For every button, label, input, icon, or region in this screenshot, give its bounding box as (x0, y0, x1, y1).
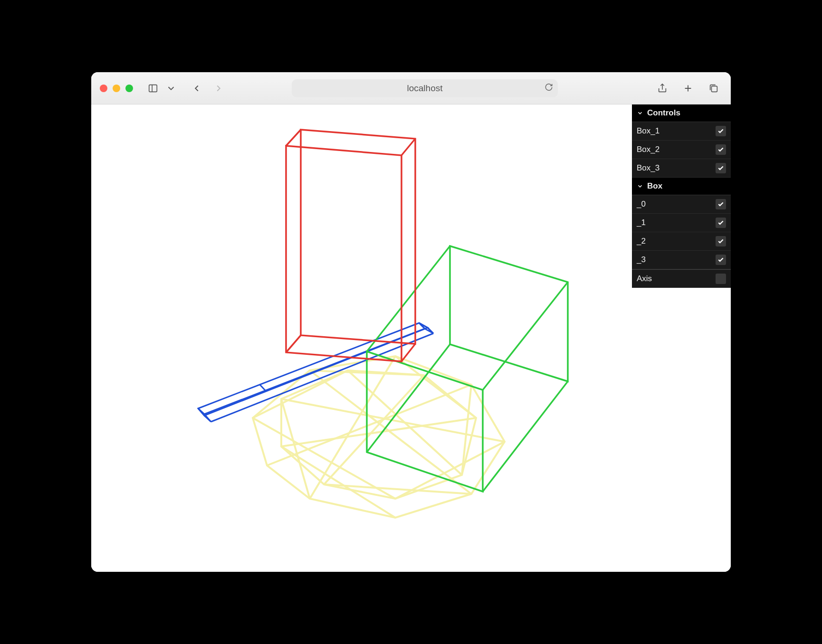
gui-row-box3: Box_3 (632, 159, 731, 178)
gui-folder-label: Box (647, 181, 662, 191)
browser-window: localhost (91, 72, 731, 572)
gui-label: _0 (637, 199, 646, 209)
gui-label: Axis (637, 274, 652, 284)
share-button[interactable] (654, 80, 671, 97)
gui-folder-box[interactable]: Box (632, 178, 731, 195)
gui-row-1: _1 (632, 214, 731, 232)
gui-row-box2: Box_2 (632, 141, 731, 159)
gui-label: _1 (637, 218, 646, 227)
gui-checkbox-3[interactable] (716, 255, 726, 265)
gui-checkbox-box3[interactable] (716, 163, 726, 173)
svg-rect-5 (711, 86, 717, 92)
gui-label: Box_3 (637, 163, 660, 173)
address-bar[interactable]: localhost (292, 79, 558, 97)
svg-line-9 (310, 370, 471, 494)
gui-row-box1: Box_1 (632, 122, 731, 141)
chevron-down-icon (637, 183, 643, 189)
gui-label: Box_2 (637, 145, 660, 154)
forward-button[interactable] (210, 80, 227, 97)
back-button[interactable] (188, 80, 205, 97)
gui-checkbox-1[interactable] (716, 218, 726, 228)
gui-checkbox-2[interactable] (716, 236, 726, 246)
svg-line-12 (281, 399, 505, 442)
gui-label: _3 (637, 255, 646, 265)
page-content: Controls Box_1 Box_2 Box_3 Box _0 (91, 104, 731, 572)
gui-checkbox-axis[interactable] (716, 274, 726, 284)
chevron-down-icon (637, 110, 643, 116)
svg-line-45 (286, 335, 301, 352)
gui-row-2: _2 (632, 232, 731, 251)
svg-marker-34 (450, 246, 568, 381)
maximize-window-button[interactable] (125, 85, 133, 92)
tab-group-dropdown[interactable] (162, 80, 180, 97)
svg-line-33 (260, 385, 266, 391)
svg-line-37 (483, 282, 568, 390)
blue-box (198, 323, 433, 422)
gui-checkbox-box2[interactable] (716, 144, 726, 155)
gui-checkbox-box1[interactable] (716, 126, 726, 136)
svg-rect-0 (149, 85, 157, 92)
url-text: localhost (407, 83, 443, 94)
svg-line-42 (286, 130, 301, 146)
gui-panel: Controls Box_1 Box_2 Box_3 Box _0 (632, 104, 731, 288)
gui-label: Box_1 (637, 126, 660, 136)
reload-icon[interactable] (545, 83, 553, 94)
svg-line-44 (401, 344, 415, 361)
minimize-window-button[interactable] (113, 85, 120, 92)
svg-line-29 (204, 416, 211, 422)
new-tab-button[interactable] (679, 80, 697, 97)
window-controls (100, 85, 133, 92)
tabs-overview-button[interactable] (705, 80, 722, 97)
svg-line-43 (401, 139, 415, 155)
gui-label: _2 (637, 237, 646, 246)
close-window-button[interactable] (100, 85, 107, 92)
gui-row-0: _0 (632, 195, 731, 214)
gui-row-axis: Axis (632, 270, 731, 288)
titlebar: localhost (91, 72, 731, 104)
gui-checkbox-0[interactable] (716, 199, 726, 209)
svg-line-38 (483, 381, 568, 492)
red-box (286, 130, 415, 361)
gui-folder-controls[interactable]: Controls (632, 104, 731, 122)
gui-folder-label: Controls (647, 108, 680, 118)
svg-line-27 (198, 408, 204, 414)
gui-row-3: _3 (632, 251, 731, 269)
sidebar-toggle-button[interactable] (144, 80, 162, 97)
